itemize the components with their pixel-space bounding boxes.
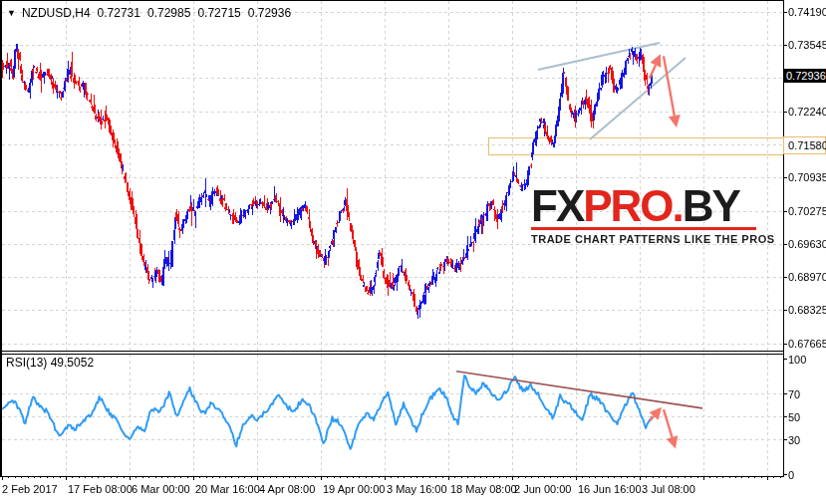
time-axis-label: 4 Apr 08:00 [259, 484, 315, 495]
chart-window: ▼NZDUSD,H40.727310.729850.727150.72936 R… [0, 0, 826, 504]
price-axis-label: 0.70935 [788, 172, 826, 183]
rsi-axis-label: 50 [788, 412, 800, 423]
time-axis-label: 20 Mar 16:00 [195, 484, 260, 495]
watermark-logo: FXPRO.BY [531, 185, 756, 227]
collapse-triangle-icon[interactable]: ▼ [7, 8, 16, 18]
time-axis-label: 2 Feb 2017 [2, 484, 58, 495]
watermark-tagline: TRADE CHART PATTERNS LIKE THE PROS [531, 233, 756, 245]
time-axis-label: 19 Apr 00:00 [323, 484, 385, 495]
rsi-axis-label: 30 [788, 435, 800, 446]
rsi-axis-label: 70 [788, 389, 800, 400]
time-axis-label: 16 Jun 16:00 [578, 484, 642, 495]
price-axis-label: 0.73545 [788, 40, 826, 51]
price-axis-label: 0.72240 [788, 107, 826, 118]
rsi-axis-label: 0 [788, 470, 794, 481]
price-axis-label: 0.67665 [788, 339, 826, 350]
symbol-timeframe: NZDUSD,H4 [22, 6, 91, 20]
chart-title: ▼NZDUSD,H40.727310.729850.727150.72936 [7, 6, 298, 20]
price-axis-label: 0.68325 [788, 305, 826, 316]
rsi-axis-label: 100 [788, 355, 806, 366]
ohlc-open: 0.72731 [98, 6, 140, 20]
ohlc-close: 0.72936 [248, 6, 291, 20]
fxpro-watermark: FXPRO.BY TRADE CHART PATTERNS LIKE THE P… [531, 185, 756, 245]
price-chart-canvas[interactable] [0, 0, 826, 504]
time-axis-label: 3 Jul 08:00 [642, 484, 695, 495]
ohlc-low: 0.72715 [197, 6, 240, 20]
time-axis-label: 3 May 16:00 [387, 484, 447, 495]
price-axis-label: 0.74190 [788, 7, 826, 18]
time-axis-label: 6 Mar 00:00 [132, 484, 190, 495]
price-axis-label: 0.68970 [788, 272, 826, 283]
price-level-badge: 0.71580 [783, 136, 826, 154]
price-axis-label: 0.69630 [788, 239, 826, 250]
current-price-badge: 0.72936 [783, 69, 826, 83]
time-axis-label: 18 May 08:00 [450, 484, 517, 495]
panel-resize-handle[interactable] [0, 349, 783, 357]
time-axis-label: 17 Feb 08:00 [68, 484, 133, 495]
price-axis-label: 0.70275 [788, 206, 826, 217]
ohlc-high: 0.72985 [147, 6, 190, 20]
time-axis-label: 2 Jun 00:00 [514, 484, 572, 495]
rsi-indicator-label: RSI(13) 49.5052 [6, 356, 94, 370]
